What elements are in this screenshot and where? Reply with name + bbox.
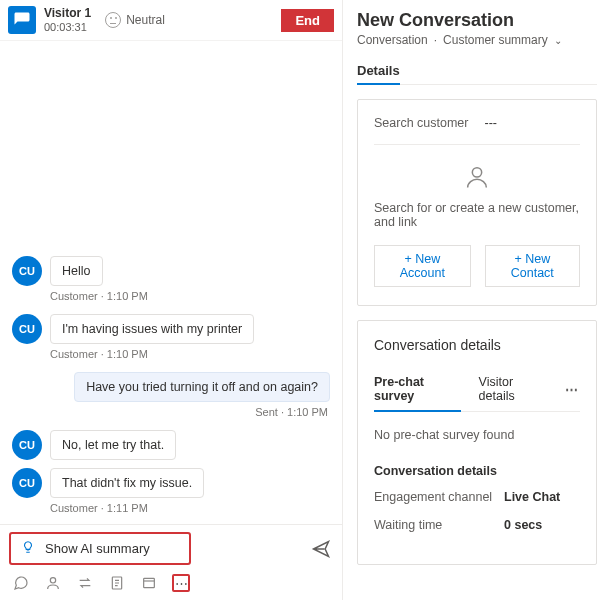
conversation-details-card: Conversation details Pre-chat survey Vis… [357,320,597,565]
chevron-down-icon: ⌄ [554,35,562,46]
conversation-details-heading: Conversation details [374,464,580,478]
person-icon [463,163,491,191]
conversation-details-title: Conversation details [374,337,580,353]
chat-pane: Visitor 1 00:03:31 Neutral End CU Hello … [0,0,343,600]
end-button[interactable]: End [281,9,334,32]
customer-avatar: CU [12,468,42,498]
knowledge-icon[interactable] [140,574,158,592]
detail-value: Live Chat [504,490,560,504]
svg-point-3 [472,168,481,177]
subtab-visitor-details[interactable]: Visitor details [479,367,547,411]
no-survey-text: No pre-chat survey found [374,428,580,442]
visitor-name: Visitor 1 [44,6,91,20]
customer-avatar: CU [12,430,42,460]
consult-icon[interactable] [44,574,62,592]
svg-point-0 [50,578,55,583]
svg-rect-2 [144,578,155,587]
customer-avatar: CU [12,314,42,344]
details-pane: New Conversation Conversation · Customer… [343,0,611,600]
quick-replies-icon[interactable] [12,574,30,592]
message-meta: Sent · 1:10 PM [12,406,328,418]
breadcrumb[interactable]: Conversation · Customer summary ⌄ [357,33,597,47]
lightbulb-icon [21,540,35,557]
main-tabs: Details [357,57,597,85]
notes-icon[interactable] [108,574,126,592]
more-actions-button[interactable]: ⋯ [172,574,190,592]
ai-summary-row: Show AI summary [10,533,332,564]
message-row: CU That didn't fix my issue. [12,468,330,498]
breadcrumb-item: Customer summary [443,33,548,47]
conversation-subtabs: Pre-chat survey Visitor details ⋯ [374,367,580,412]
subtab-more-icon[interactable]: ⋯ [565,382,580,397]
new-contact-button[interactable]: + New Contact [485,245,580,287]
message-bubble: Hello [50,256,103,286]
search-customer-label: Search customer [374,116,468,130]
message-bubble: I'm having issues with my printer [50,314,254,344]
message-row: CU I'm having issues with my printer [12,314,330,344]
detail-value: 0 secs [504,518,542,532]
neutral-face-icon [105,12,121,28]
detail-key: Waiting time [374,518,504,532]
message-meta: Customer · 1:10 PM [50,348,330,360]
detail-row: Engagement channel Live Chat [374,490,580,504]
conversation-timer: 00:03:31 [44,21,91,34]
show-ai-summary-button[interactable]: Show AI summary [10,533,190,564]
message-row: CU No, let me try that. [12,430,330,460]
customer-card: Search customer --- Search for or create… [357,99,597,306]
message-row: CU Hello [12,256,330,286]
empty-customer-state: Search for or create a new customer, and… [374,145,580,245]
transfer-icon[interactable] [76,574,94,592]
visitor-info: Visitor 1 00:03:31 [44,6,91,34]
compose-area: Show AI summary [0,524,342,568]
sentiment-label: Neutral [126,13,165,27]
new-entity-buttons: + New Account + New Contact [374,245,580,287]
new-account-button[interactable]: + New Account [374,245,471,287]
message-meta: Customer · 1:10 PM [50,290,330,302]
empty-customer-text: Search for or create a new customer, and… [374,201,580,229]
search-customer-value: --- [484,116,497,130]
channel-icon [8,6,36,34]
message-meta: Customer · 1:11 PM [50,502,330,514]
message-list: CU Hello Customer · 1:10 PM CU I'm havin… [0,41,342,524]
message-row-outgoing: Have you tried turning it off and on aga… [12,372,330,402]
sentiment-indicator: Neutral [105,12,165,28]
breadcrumb-item: Conversation [357,33,428,47]
message-bubble: That didn't fix my issue. [50,468,204,498]
customer-avatar: CU [12,256,42,286]
page-title: New Conversation [357,10,597,31]
send-button[interactable] [310,538,332,560]
subtab-prechat[interactable]: Pre-chat survey [374,367,461,411]
detail-row: Waiting time 0 secs [374,518,580,532]
tab-details[interactable]: Details [357,57,400,84]
detail-key: Engagement channel [374,490,504,504]
message-bubble: No, let me try that. [50,430,176,460]
compose-toolbar: ⋯ [0,568,342,600]
message-bubble: Have you tried turning it off and on aga… [74,372,330,402]
search-customer-row[interactable]: Search customer --- [374,116,580,145]
ai-summary-label: Show AI summary [45,541,150,556]
chat-header: Visitor 1 00:03:31 Neutral End [0,0,342,41]
